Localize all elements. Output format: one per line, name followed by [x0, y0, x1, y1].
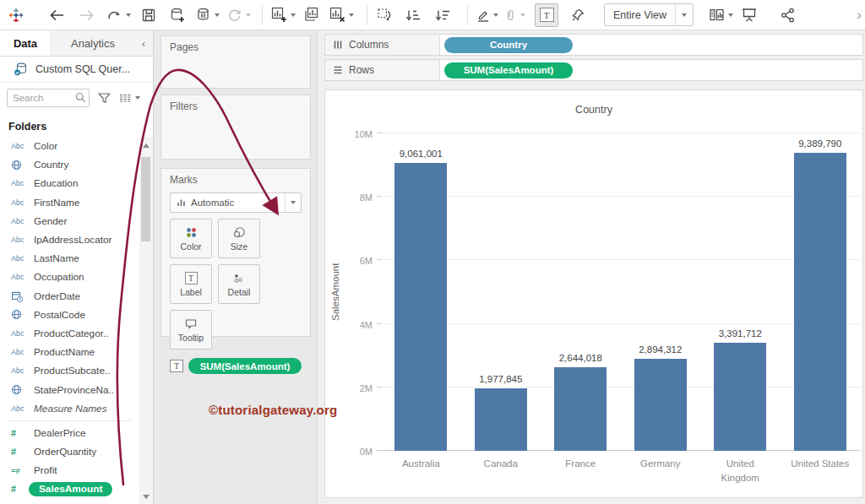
show-hide-cards-icon[interactable] [709, 4, 733, 26]
fix-axes-pin-icon[interactable] [569, 4, 587, 26]
pages-card[interactable]: Pages [160, 35, 311, 89]
refresh-caret-icon[interactable] [246, 14, 251, 17]
paperclip-caret-icon[interactable] [520, 14, 525, 17]
bar-australia[interactable] [394, 163, 447, 451]
tab-data[interactable]: Data [0, 30, 51, 56]
field-color[interactable]: AbcColor [0, 137, 139, 155]
bar-germany[interactable] [634, 359, 687, 451]
field-label: ProductCategor.. [34, 328, 109, 339]
mark-type-caret-icon[interactable] [285, 193, 301, 212]
field-label: StateProvinceNa.. [34, 384, 114, 396]
search-icon [74, 91, 87, 104]
field-profit[interactable]: =#Profit [0, 461, 139, 480]
scroll-down-icon[interactable] [143, 495, 150, 499]
field-education[interactable]: AbcEducation [0, 174, 139, 192]
field-label: Color [34, 140, 57, 152]
field-country[interactable]: Country [0, 155, 139, 174]
label-T-icon: T [540, 8, 554, 22]
field-firstname[interactable]: AbcFirstName [0, 193, 139, 212]
x-axis-label: Australia [381, 457, 461, 485]
size-button[interactable]: Size [218, 219, 260, 258]
abc-icon: Abc [11, 273, 34, 281]
tooltip-button[interactable]: Tooltip [170, 310, 212, 350]
show-hide-cards-caret-icon[interactable] [728, 14, 733, 17]
x-axis-label: France [541, 457, 621, 485]
save-icon[interactable] [139, 4, 158, 26]
field-productsubcate[interactable]: AbcProductSubcate.. [0, 361, 139, 380]
show-mark-labels-button[interactable]: T [535, 3, 558, 27]
bar-mark-icon [171, 198, 191, 208]
scroll-up-icon[interactable] [143, 144, 150, 148]
refresh-icon[interactable] [226, 4, 251, 26]
add-datasource-icon[interactable] [168, 4, 187, 26]
clear-sheet-caret-icon[interactable] [349, 14, 354, 17]
pause-updates-icon[interactable] [195, 4, 220, 26]
view-mode-dropdown[interactable]: Entire View [604, 3, 694, 26]
field-lastname[interactable]: AbcLastName [0, 249, 139, 268]
redo-icon[interactable] [106, 4, 131, 26]
rows-shelf[interactable]: Rows SUM(SalesAmount) [324, 59, 863, 81]
view-mode-caret-icon[interactable] [675, 4, 693, 25]
bar-france[interactable] [554, 367, 607, 451]
field-taxamt[interactable]: #TaxAmt [0, 499, 139, 504]
abc-icon: Abc [11, 366, 34, 375]
duplicate-sheet-icon[interactable] [302, 4, 321, 26]
scrollbar-thumb[interactable] [141, 157, 150, 241]
filters-card[interactable]: Filters [160, 95, 311, 160]
field-label: DealerPrice [34, 427, 86, 439]
share-icon[interactable] [779, 4, 797, 26]
label-button[interactable]: T Label [170, 264, 212, 304]
field-dealerprice[interactable]: #DealerPrice [0, 424, 139, 442]
field-orderdate[interactable]: OrderDate [0, 287, 139, 306]
globe-icon [11, 384, 34, 395]
collapse-pane-chevron-icon[interactable]: ‹ [134, 30, 153, 56]
marks-pill-sum-salesamount[interactable]: SUM(SalesAmount) [188, 358, 302, 374]
search-box[interactable] [7, 89, 90, 107]
sort-descending-icon[interactable] [433, 4, 452, 26]
tableau-logo-icon[interactable] [7, 4, 25, 26]
tab-analytics[interactable]: Analytics [51, 30, 134, 56]
mark-type-dropdown[interactable]: Automatic [170, 192, 302, 213]
color-button[interactable]: Color [170, 219, 212, 258]
field-ipaddresslocator[interactable]: AbcIpAddressLocator [0, 230, 139, 249]
toolbar-overflow-chevron[interactable]: › [857, 8, 865, 22]
view-as-grid-icon[interactable] [118, 87, 140, 109]
columns-shelf[interactable]: Columns Country [324, 34, 863, 56]
redo-caret-icon[interactable] [126, 14, 131, 17]
bar-canada[interactable] [475, 388, 527, 451]
filter-fields-icon[interactable] [95, 87, 113, 109]
sort-ascending-icon[interactable] [404, 4, 422, 26]
field-gender[interactable]: AbcGender [0, 212, 139, 230]
forward-icon[interactable] [78, 4, 96, 26]
bar-united-kingdom[interactable] [714, 343, 766, 451]
detail-button[interactable]: Detail [218, 264, 260, 304]
new-worksheet-caret-icon[interactable] [291, 14, 296, 17]
field-measure-names[interactable]: AbcMeasure Names [0, 399, 139, 418]
paperclip-icon[interactable] [503, 4, 525, 26]
pill-sum-salesamount[interactable]: SUM(SalesAmount) [444, 62, 573, 79]
field-list-scrollbar[interactable] [139, 137, 153, 504]
pill-country[interactable]: Country [444, 37, 573, 53]
clear-sheet-icon[interactable] [329, 4, 354, 26]
highlight-caret-icon[interactable] [493, 14, 498, 17]
back-icon[interactable] [47, 4, 66, 26]
bar-united-states[interactable] [794, 153, 846, 451]
field-salesamount[interactable]: #SalesAmount [0, 480, 139, 498]
presentation-mode-icon[interactable] [740, 4, 759, 26]
datasource-item[interactable]: Custom SQL Quer... [0, 57, 153, 82]
y-tick-label: 6M [335, 256, 373, 266]
field-orderquantity[interactable]: #OrderQuantity [0, 442, 139, 461]
columns-shelf-label: Columns [325, 35, 440, 55]
field-stateprovincena[interactable]: StateProvinceNa.. [0, 380, 139, 398]
rows-shelf-label: Rows [325, 60, 440, 80]
field-productcategor[interactable]: AbcProductCategor.. [0, 324, 139, 343]
pause-updates-caret-icon[interactable] [215, 14, 220, 17]
view-as-caret-icon[interactable] [135, 96, 140, 100]
swap-axes-icon[interactable] [375, 4, 394, 26]
field-productname[interactable]: AbcProductName [0, 343, 139, 361]
field-occupation[interactable]: AbcOccupation [0, 268, 139, 286]
new-worksheet-icon[interactable] [270, 4, 296, 26]
abc-icon: Abc [11, 142, 34, 150]
highlight-icon[interactable] [476, 4, 498, 26]
field-postalcode[interactable]: PostalCode [0, 306, 139, 324]
